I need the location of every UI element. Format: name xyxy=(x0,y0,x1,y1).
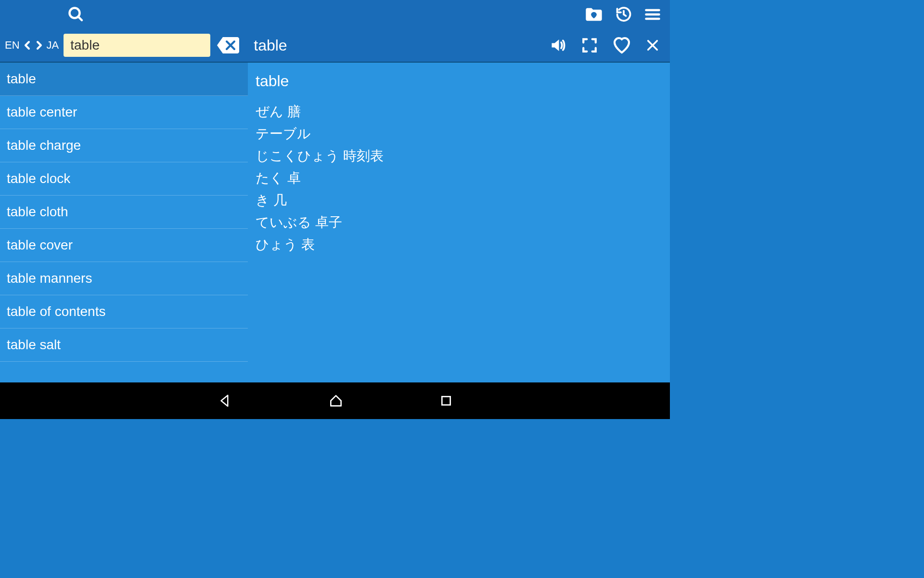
translation-item: じこくひょう 時刻表 xyxy=(256,146,662,166)
content-area: table table center table charge table cl… xyxy=(0,63,670,382)
clear-input-button[interactable] xyxy=(217,36,239,54)
list-item[interactable]: table of contents xyxy=(0,295,248,328)
list-item[interactable]: table manners xyxy=(0,262,248,295)
detail-panel: table ぜん 膳 テーブル じこくひょう 時刻表 たく 卓 き 几 ていぶる… xyxy=(248,63,670,382)
top-bar xyxy=(0,0,670,29)
search-input[interactable] xyxy=(64,34,210,57)
list-item[interactable]: table salt xyxy=(0,328,248,362)
list-item[interactable]: table cover xyxy=(0,229,248,262)
translation-item: き 几 xyxy=(256,190,662,210)
language-to[interactable]: JA xyxy=(47,39,59,52)
language-from[interactable]: EN xyxy=(5,39,20,52)
translation-item: たく 卓 xyxy=(256,168,662,188)
list-item[interactable]: table cloth xyxy=(0,196,248,229)
list-item[interactable]: table charge xyxy=(0,129,248,162)
chevron-left-icon[interactable] xyxy=(22,39,33,51)
detail-title-bar: table xyxy=(254,37,287,54)
back-button[interactable] xyxy=(218,394,232,408)
history-icon[interactable] xyxy=(615,6,632,23)
speaker-icon[interactable] xyxy=(550,37,567,54)
svg-rect-9 xyxy=(442,396,450,405)
heart-icon[interactable] xyxy=(612,36,631,55)
menu-icon[interactable] xyxy=(644,6,661,23)
detail-headword: table xyxy=(256,72,662,90)
fullscreen-icon[interactable] xyxy=(581,37,598,53)
list-item[interactable]: table xyxy=(0,63,248,96)
svg-line-1 xyxy=(78,17,82,21)
translation-item: ていぶる 卓子 xyxy=(256,212,662,233)
search-bar: EN JA table xyxy=(0,29,670,63)
list-item[interactable]: table center xyxy=(0,96,248,129)
chevron-right-icon[interactable] xyxy=(33,39,45,51)
favorites-folder-icon[interactable] xyxy=(584,5,603,24)
search-icon[interactable] xyxy=(67,6,85,23)
translation-item: ひょう 表 xyxy=(256,235,662,255)
system-nav-bar xyxy=(0,382,670,419)
close-icon[interactable] xyxy=(646,39,659,52)
home-button[interactable] xyxy=(328,393,344,408)
translation-item: ぜん 膳 xyxy=(256,102,662,122)
suggestions-panel: table table center table charge table cl… xyxy=(0,63,248,382)
recent-apps-button[interactable] xyxy=(440,394,452,407)
translation-item: テーブル xyxy=(256,124,662,144)
list-item[interactable]: table clock xyxy=(0,162,248,196)
